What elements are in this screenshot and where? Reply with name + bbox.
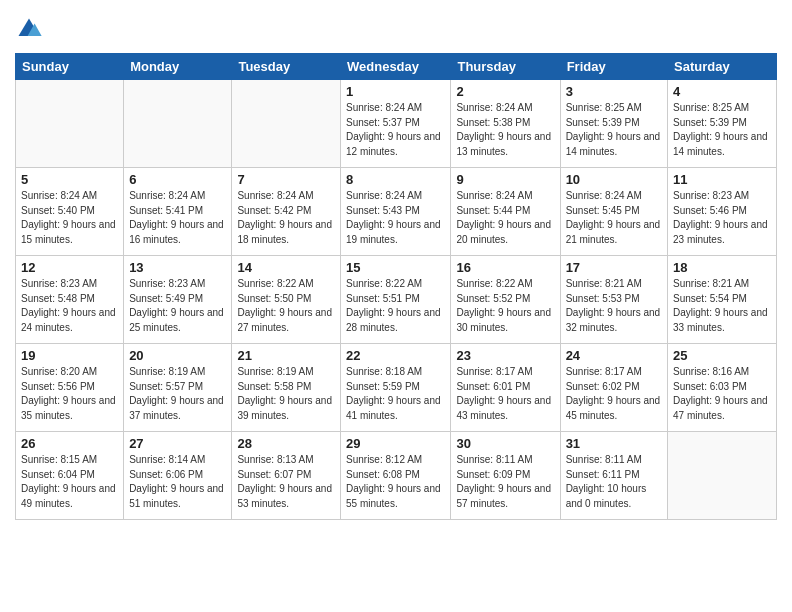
calendar-cell: 5Sunrise: 8:24 AM Sunset: 5:40 PM Daylig… [16,168,124,256]
day-number: 25 [673,348,771,363]
day-info: Sunrise: 8:12 AM Sunset: 6:08 PM Dayligh… [346,453,445,511]
weekday-header-tuesday: Tuesday [232,54,341,80]
day-info: Sunrise: 8:24 AM Sunset: 5:45 PM Dayligh… [566,189,662,247]
day-number: 21 [237,348,335,363]
day-number: 8 [346,172,445,187]
day-number: 7 [237,172,335,187]
day-number: 14 [237,260,335,275]
calendar-cell: 7Sunrise: 8:24 AM Sunset: 5:42 PM Daylig… [232,168,341,256]
day-info: Sunrise: 8:20 AM Sunset: 5:56 PM Dayligh… [21,365,118,423]
day-number: 24 [566,348,662,363]
calendar-cell: 6Sunrise: 8:24 AM Sunset: 5:41 PM Daylig… [124,168,232,256]
day-info: Sunrise: 8:24 AM Sunset: 5:37 PM Dayligh… [346,101,445,159]
calendar-cell: 16Sunrise: 8:22 AM Sunset: 5:52 PM Dayli… [451,256,560,344]
day-info: Sunrise: 8:15 AM Sunset: 6:04 PM Dayligh… [21,453,118,511]
day-info: Sunrise: 8:24 AM Sunset: 5:40 PM Dayligh… [21,189,118,247]
calendar-cell: 31Sunrise: 8:11 AM Sunset: 6:11 PM Dayli… [560,432,667,520]
day-number: 6 [129,172,226,187]
day-info: Sunrise: 8:23 AM Sunset: 5:49 PM Dayligh… [129,277,226,335]
weekday-header-saturday: Saturday [668,54,777,80]
weekday-header-thursday: Thursday [451,54,560,80]
calendar-cell: 30Sunrise: 8:11 AM Sunset: 6:09 PM Dayli… [451,432,560,520]
day-info: Sunrise: 8:17 AM Sunset: 6:02 PM Dayligh… [566,365,662,423]
day-info: Sunrise: 8:25 AM Sunset: 5:39 PM Dayligh… [673,101,771,159]
day-number: 27 [129,436,226,451]
day-number: 22 [346,348,445,363]
day-info: Sunrise: 8:16 AM Sunset: 6:03 PM Dayligh… [673,365,771,423]
calendar-cell: 12Sunrise: 8:23 AM Sunset: 5:48 PM Dayli… [16,256,124,344]
calendar-cell [668,432,777,520]
day-info: Sunrise: 8:21 AM Sunset: 5:53 PM Dayligh… [566,277,662,335]
calendar-cell: 28Sunrise: 8:13 AM Sunset: 6:07 PM Dayli… [232,432,341,520]
week-row-3: 19Sunrise: 8:20 AM Sunset: 5:56 PM Dayli… [16,344,777,432]
day-number: 31 [566,436,662,451]
calendar-cell: 1Sunrise: 8:24 AM Sunset: 5:37 PM Daylig… [341,80,451,168]
day-info: Sunrise: 8:24 AM Sunset: 5:38 PM Dayligh… [456,101,554,159]
day-info: Sunrise: 8:23 AM Sunset: 5:48 PM Dayligh… [21,277,118,335]
day-info: Sunrise: 8:22 AM Sunset: 5:52 PM Dayligh… [456,277,554,335]
header [15,15,777,43]
day-number: 28 [237,436,335,451]
week-row-2: 12Sunrise: 8:23 AM Sunset: 5:48 PM Dayli… [16,256,777,344]
calendar-cell: 10Sunrise: 8:24 AM Sunset: 5:45 PM Dayli… [560,168,667,256]
calendar-cell: 4Sunrise: 8:25 AM Sunset: 5:39 PM Daylig… [668,80,777,168]
day-info: Sunrise: 8:21 AM Sunset: 5:54 PM Dayligh… [673,277,771,335]
day-info: Sunrise: 8:24 AM Sunset: 5:42 PM Dayligh… [237,189,335,247]
logo-icon [15,15,43,43]
day-number: 5 [21,172,118,187]
weekday-header-monday: Monday [124,54,232,80]
calendar-cell [16,80,124,168]
day-number: 2 [456,84,554,99]
weekday-header-friday: Friday [560,54,667,80]
calendar-cell: 17Sunrise: 8:21 AM Sunset: 5:53 PM Dayli… [560,256,667,344]
day-number: 11 [673,172,771,187]
day-number: 29 [346,436,445,451]
day-info: Sunrise: 8:11 AM Sunset: 6:09 PM Dayligh… [456,453,554,511]
calendar-cell: 21Sunrise: 8:19 AM Sunset: 5:58 PM Dayli… [232,344,341,432]
calendar-cell: 20Sunrise: 8:19 AM Sunset: 5:57 PM Dayli… [124,344,232,432]
page: SundayMondayTuesdayWednesdayThursdayFrid… [0,0,792,612]
day-number: 1 [346,84,445,99]
day-number: 20 [129,348,226,363]
calendar-cell [232,80,341,168]
day-number: 9 [456,172,554,187]
day-info: Sunrise: 8:13 AM Sunset: 6:07 PM Dayligh… [237,453,335,511]
week-row-1: 5Sunrise: 8:24 AM Sunset: 5:40 PM Daylig… [16,168,777,256]
day-number: 3 [566,84,662,99]
day-info: Sunrise: 8:14 AM Sunset: 6:06 PM Dayligh… [129,453,226,511]
day-number: 19 [21,348,118,363]
calendar-cell: 19Sunrise: 8:20 AM Sunset: 5:56 PM Dayli… [16,344,124,432]
day-info: Sunrise: 8:25 AM Sunset: 5:39 PM Dayligh… [566,101,662,159]
calendar-cell: 24Sunrise: 8:17 AM Sunset: 6:02 PM Dayli… [560,344,667,432]
week-row-0: 1Sunrise: 8:24 AM Sunset: 5:37 PM Daylig… [16,80,777,168]
day-info: Sunrise: 8:24 AM Sunset: 5:44 PM Dayligh… [456,189,554,247]
day-info: Sunrise: 8:22 AM Sunset: 5:50 PM Dayligh… [237,277,335,335]
day-info: Sunrise: 8:17 AM Sunset: 6:01 PM Dayligh… [456,365,554,423]
day-number: 12 [21,260,118,275]
weekday-header-sunday: Sunday [16,54,124,80]
day-info: Sunrise: 8:23 AM Sunset: 5:46 PM Dayligh… [673,189,771,247]
day-info: Sunrise: 8:24 AM Sunset: 5:41 PM Dayligh… [129,189,226,247]
day-number: 26 [21,436,118,451]
logo [15,15,47,43]
calendar-cell: 26Sunrise: 8:15 AM Sunset: 6:04 PM Dayli… [16,432,124,520]
calendar-cell: 25Sunrise: 8:16 AM Sunset: 6:03 PM Dayli… [668,344,777,432]
calendar-cell: 2Sunrise: 8:24 AM Sunset: 5:38 PM Daylig… [451,80,560,168]
calendar-table: SundayMondayTuesdayWednesdayThursdayFrid… [15,53,777,520]
calendar-cell [124,80,232,168]
calendar-cell: 15Sunrise: 8:22 AM Sunset: 5:51 PM Dayli… [341,256,451,344]
calendar-cell: 8Sunrise: 8:24 AM Sunset: 5:43 PM Daylig… [341,168,451,256]
calendar-cell: 11Sunrise: 8:23 AM Sunset: 5:46 PM Dayli… [668,168,777,256]
calendar-cell: 9Sunrise: 8:24 AM Sunset: 5:44 PM Daylig… [451,168,560,256]
day-number: 18 [673,260,771,275]
week-row-4: 26Sunrise: 8:15 AM Sunset: 6:04 PM Dayli… [16,432,777,520]
calendar-cell: 22Sunrise: 8:18 AM Sunset: 5:59 PM Dayli… [341,344,451,432]
calendar-cell: 18Sunrise: 8:21 AM Sunset: 5:54 PM Dayli… [668,256,777,344]
day-number: 23 [456,348,554,363]
calendar-cell: 27Sunrise: 8:14 AM Sunset: 6:06 PM Dayli… [124,432,232,520]
day-number: 4 [673,84,771,99]
calendar-cell: 3Sunrise: 8:25 AM Sunset: 5:39 PM Daylig… [560,80,667,168]
day-number: 13 [129,260,226,275]
calendar-cell: 29Sunrise: 8:12 AM Sunset: 6:08 PM Dayli… [341,432,451,520]
day-info: Sunrise: 8:11 AM Sunset: 6:11 PM Dayligh… [566,453,662,511]
